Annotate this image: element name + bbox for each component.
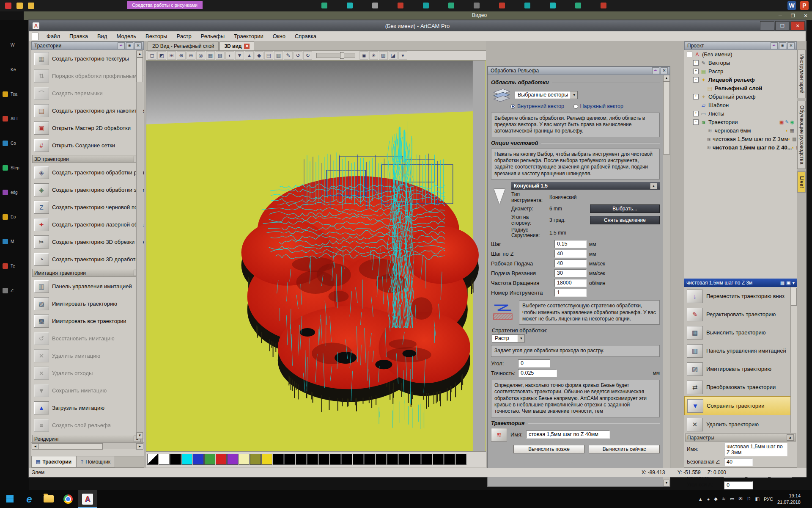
palette-swatch[interactable] bbox=[193, 454, 204, 465]
toolpath-visibility-icons[interactable]: ◐▦ bbox=[792, 145, 797, 150]
view-tool-icon[interactable]: ▲ bbox=[245, 51, 254, 60]
ribbon-icon[interactable] bbox=[347, 3, 353, 8]
palette-swatch[interactable] bbox=[376, 454, 387, 465]
desktop-icon-fragment[interactable]: Co bbox=[0, 131, 29, 155]
show-desktop-button[interactable] bbox=[805, 490, 808, 508]
toolpath-name-input[interactable]: стовая 1,5мм шаг по Z 40мм bbox=[526, 431, 610, 439]
palette-swatch[interactable] bbox=[204, 454, 215, 465]
menu-item[interactable]: Растр bbox=[172, 32, 196, 41]
tray-icon[interactable]: ▲ bbox=[698, 497, 703, 502]
tolerance-input[interactable]: 0.025 bbox=[518, 369, 557, 377]
param-name-input[interactable]: чистовая 1,5мм шаг по Z 3мм bbox=[724, 443, 787, 456]
selected-bar-icon[interactable]: ▣ bbox=[786, 280, 790, 286]
palette-swatch[interactable] bbox=[296, 454, 307, 465]
selected-bar-icon[interactable]: ▾ bbox=[792, 280, 795, 286]
palette-swatch[interactable] bbox=[455, 454, 466, 465]
3d-relief-scene[interactable] bbox=[146, 61, 486, 451]
outer-vector-radio[interactable]: Наружный вектор bbox=[573, 103, 623, 109]
viewport-3d[interactable] bbox=[146, 61, 486, 451]
area-combo[interactable]: Выбранные векторы ▼ bbox=[515, 91, 578, 99]
close-dialog-icon[interactable]: ✕ bbox=[661, 67, 668, 74]
desktop-icon-fragment[interactable]: All t bbox=[0, 106, 29, 131]
desktop-icon-fragment[interactable]: Z: bbox=[0, 278, 29, 303]
toolpath-tools-icons[interactable]: ▣✎◉ bbox=[779, 119, 794, 125]
menu-item[interactable]: Окно bbox=[268, 32, 290, 41]
menu-item[interactable]: Вид bbox=[93, 32, 112, 41]
edge-icon[interactable]: e bbox=[19, 490, 39, 508]
side-tab[interactable]: Live! bbox=[797, 171, 806, 193]
minimize-button[interactable]: ─ bbox=[760, 21, 774, 30]
menu-item[interactable]: Файл bbox=[42, 32, 65, 41]
palette-swatch[interactable] bbox=[159, 454, 170, 465]
parameter-input[interactable]: 1 bbox=[554, 289, 587, 297]
scroll-thumb[interactable] bbox=[791, 288, 797, 306]
view-tool-icon[interactable]: ⊕ bbox=[177, 51, 186, 60]
parameter-input[interactable]: 0.15 bbox=[554, 240, 587, 248]
toolpath-menu-item[interactable]: ≡ Создать слой рельефа ▲ bbox=[31, 417, 144, 434]
background-app-icon[interactable] bbox=[28, 3, 34, 9]
view-tab[interactable]: 3D вид ✕ bbox=[219, 41, 254, 50]
close-tab-icon[interactable]: ✕ bbox=[244, 44, 250, 49]
ribbon-icon[interactable] bbox=[398, 3, 403, 8]
deselect-tool-button[interactable]: Снять выделение bbox=[590, 216, 660, 224]
desktop-icon-fragment[interactable]: Ke bbox=[0, 57, 29, 82]
palette-swatch[interactable] bbox=[227, 454, 238, 465]
desktop-icon-fragment[interactable]: Tea bbox=[0, 82, 29, 106]
toolpath-action[interactable]: ▨ Имитировать траекторию bbox=[684, 360, 797, 378]
project-tree-item[interactable]: + ✦ Обратный рельеф ▣✎◉ ◐▦ bbox=[684, 92, 797, 101]
picture-tools-tab[interactable]: Средства работы с рисунками bbox=[127, 1, 203, 9]
ribbon-icon[interactable] bbox=[448, 3, 454, 8]
panel-tab[interactable]: ▤ Траектории bbox=[31, 456, 76, 467]
toolpath-menu-item[interactable]: ▣ Открыть Мастер 2D обработки ▲ bbox=[31, 119, 144, 137]
selected-toolpath-bar[interactable]: чистовая 1,5мм шаг по Z 3м ▦▣▾ bbox=[684, 279, 797, 287]
file-explorer-icon[interactable] bbox=[39, 490, 58, 508]
project-tree-item[interactable]: ≋ чистовая 1,5мм шаг по Z 40... ▣✎◉ ◐▦ bbox=[684, 143, 797, 152]
toolpath-action[interactable]: ▥ Панель управления имитацией bbox=[684, 342, 797, 360]
view-tool-icon[interactable]: ◆ bbox=[255, 51, 263, 60]
toolpath-menu-item[interactable]: 3D траектории ▲ bbox=[32, 155, 143, 163]
desktop-icon-fragment[interactable]: W bbox=[0, 33, 29, 57]
toolpath-action[interactable]: ▦ Вычислить траекторию bbox=[684, 323, 797, 342]
parameter-input[interactable]: 40 bbox=[554, 250, 587, 258]
parameter-input[interactable]: 30 bbox=[554, 269, 587, 277]
toolpath-visibility-icons[interactable]: ◐▦ bbox=[786, 128, 794, 133]
tree-expander-icon[interactable]: + bbox=[693, 111, 699, 116]
palette-swatch[interactable] bbox=[307, 454, 318, 465]
view-tool-icon[interactable]: ▨ bbox=[379, 51, 388, 60]
close-button[interactable]: ✕ bbox=[790, 21, 805, 30]
toolpath-menu-item[interactable]: Z Создать траекторию черновой по Z ▲ bbox=[31, 199, 144, 216]
side-tab[interactable]: Инструментарий bbox=[797, 50, 806, 98]
toolpath-menu-item[interactable]: ▨ Имитировать траекторию ▲ bbox=[31, 295, 144, 312]
palette-swatch[interactable] bbox=[421, 454, 432, 465]
toolpath-action[interactable]: ▼ Сохранить траектории bbox=[684, 396, 797, 415]
view-tool-icon[interactable]: ☀ bbox=[369, 51, 378, 60]
close-panel-icon[interactable]: ✕ bbox=[787, 42, 795, 49]
desktop-icon-fragment[interactable]: Eo bbox=[0, 204, 29, 229]
palette-swatch[interactable] bbox=[239, 454, 250, 465]
tray-icon[interactable]: ✉ bbox=[738, 496, 742, 502]
language-indicator[interactable]: РУС bbox=[764, 497, 773, 502]
toolpath-menu-item[interactable]: # Открыть Создание сетки ▲ bbox=[31, 137, 144, 154]
parameter-input[interactable]: 40 bbox=[554, 260, 587, 268]
toolpath-menu-item[interactable]: ◔ Создать траекторию 3D доработки ▲ bbox=[31, 251, 144, 268]
inner-vector-radio[interactable]: Внутренний вектор bbox=[510, 103, 564, 109]
collapse-section-icon[interactable]: ▲ bbox=[787, 434, 794, 441]
artcam-taskbar-icon[interactable]: A bbox=[78, 490, 97, 508]
project-tree-item[interactable]: ▤ Рельефный слой ▣✎◉ ◐▦ bbox=[684, 84, 797, 92]
project-tree-item[interactable]: ≋ черновая 6мм ▣✎◉ ◐▦ bbox=[684, 126, 797, 135]
desktop-icon-fragment[interactable]: Te bbox=[0, 254, 29, 278]
toolpath-menu-item[interactable]: ▦ Создать траекторию текстуры ▲ bbox=[31, 50, 144, 67]
view-tool-icon[interactable]: ◪ bbox=[389, 51, 398, 60]
palette-swatch[interactable] bbox=[250, 454, 261, 465]
toolpath-menu-item[interactable]: ✕ Удалить имитацию ▲ bbox=[31, 347, 144, 364]
tray-icon[interactable]: ● bbox=[707, 497, 710, 502]
palette-swatch[interactable] bbox=[398, 454, 409, 465]
menu-item[interactable]: Правка bbox=[65, 32, 93, 41]
parameters-header[interactable]: Параметры ▲ bbox=[685, 433, 796, 442]
combo-arrow-icon[interactable]: ▼ bbox=[518, 335, 524, 342]
toolpath-menu-item[interactable]: ▤ Создать траекторию для накопителя ▲ bbox=[31, 102, 144, 119]
project-panel-header[interactable]: Проект ✒ ≡ ✕ bbox=[684, 41, 797, 50]
palette-swatch[interactable] bbox=[444, 454, 455, 465]
view-tab[interactable]: 2D Вид - Рельефный слой ✕ bbox=[148, 41, 219, 50]
ribbon-icon[interactable] bbox=[601, 3, 606, 8]
